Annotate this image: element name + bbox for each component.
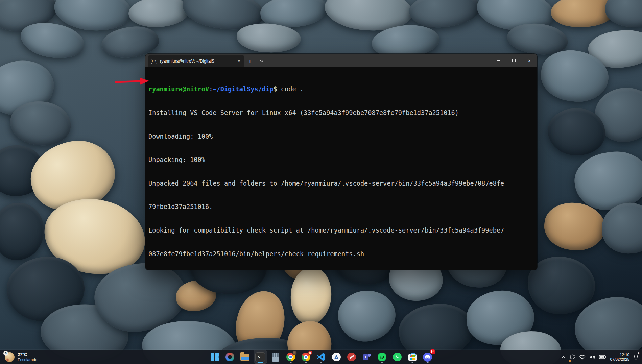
chevron-up-icon [561,356,566,359]
widgets-badge: 5 [3,351,8,356]
terminal-output-line: Downloading: 100% [148,132,534,140]
wallpaper-stone [127,0,190,29]
chevron-down-icon [260,60,264,63]
taskbar-item-vscode[interactable] [314,350,328,364]
taskbar-item-store[interactable] [406,350,419,364]
terminal-prompt-line: ryanmiura@nitroV:~/DigitalSys/dip$ code … [148,85,534,93]
android-studio-icon [332,353,341,361]
taskbar-icon-row: >_ R [208,350,434,364]
terminal-output-line: 087e8fe79fbe1d37a251016/bin/helpers/chec… [148,250,534,258]
weather-condition: Ensolarado [18,357,37,362]
taskbar-item-red-app[interactable] [345,350,358,364]
tray-sync-button[interactable] [569,350,575,364]
terminal-titlebar[interactable]: C:\ ryanmiura@nitroV: ~/DigitalS × + × [145,54,537,67]
widgets-weather-button[interactable]: 5 27°C Ensolarado [1,350,41,364]
calculator-icon [272,353,279,362]
battery-charging-icon [599,355,606,359]
terminal-tab[interactable]: C:\ ryanmiura@nitroV: ~/DigitalS × [148,55,244,67]
taskbar-item-file-explorer[interactable] [238,350,252,364]
tray-overflow-button[interactable] [561,350,566,364]
taskbar-item-calculator[interactable] [269,350,282,364]
red-circle-pen-icon [347,353,356,361]
taskbar-item-discord[interactable]: 9+ [421,350,434,364]
file-explorer-icon [240,354,249,361]
taskbar-item-spotify[interactable] [375,350,389,364]
maximize-icon [512,59,516,62]
tray-clock[interactable]: 12:10 07/02/2025 [610,352,629,362]
vscode-icon [317,353,326,361]
colorful-loop-icon [225,353,234,361]
microsoft-store-icon [408,354,417,361]
notification-center-button[interactable]: z [633,350,639,364]
minimize-icon [497,60,500,61]
tab-title: ryanmiura@nitroV: ~/DigitalS [160,59,234,64]
terminal-output[interactable]: ryanmiura@nitroV:~/DigitalSys/dip$ code … [145,67,537,270]
spotify-icon [378,353,386,361]
taskbar-item-edge-loop[interactable] [223,350,237,364]
terminal-output-line: Unpacking: 100% [148,156,534,164]
system-tray: 12:10 07/02/2025 z [559,350,642,364]
wallpaper-stone [0,201,46,262]
tab-close-icon[interactable]: × [236,58,242,64]
tray-time: 12:10 [610,352,629,357]
taskbar-item-teams[interactable]: T [360,350,374,364]
bell-icon [633,354,639,360]
taskbar-item-android-studio[interactable] [330,350,343,364]
taskbar-item-whatsapp[interactable] [390,350,404,364]
desktop-wallpaper: C:\ ryanmiura@nitroV: ~/DigitalS × + × r… [0,0,642,364]
sync-icon [569,354,575,360]
weather-sun-icon: 5 [5,352,15,362]
terminal-output-line: 79fbe1d37a251016. [148,203,534,211]
taskbar-item-terminal[interactable]: >_ [254,350,267,364]
tray-volume-button[interactable] [589,350,595,364]
terminal-output-line: Unpacked 2064 files and folders to /home… [148,179,534,187]
chrome-profile-avatar [292,351,297,355]
minimize-button[interactable] [491,54,506,67]
wallpaper-stone [604,0,642,29]
maximize-button[interactable] [506,54,522,67]
discord-notification-badge: 9+ [430,349,435,354]
wifi-icon [579,355,586,360]
annotation-arrow-icon [114,76,150,86]
close-button[interactable]: × [522,54,537,67]
teams-icon: T [363,353,371,361]
focus-assist-badge: z [638,351,639,354]
tray-battery-button[interactable] [599,350,606,364]
taskbar-item-chrome-1[interactable] [284,350,298,364]
weather-temperature: 27°C [18,352,37,357]
start-button[interactable] [208,350,221,364]
whatsapp-icon [393,353,402,361]
tray-wifi-button[interactable] [579,350,586,364]
new-tab-button[interactable]: + [244,55,256,67]
terminal-window: C:\ ryanmiura@nitroV: ~/DigitalS × + × r… [145,54,537,270]
volume-icon [589,355,595,360]
taskbar: 5 27°C Ensolarado >_ [0,350,642,364]
windows-start-icon [211,353,219,361]
chrome-profile-badge: R [308,350,312,355]
taskbar-item-chrome-2[interactable]: R [299,350,313,364]
tab-dropdown-button[interactable] [256,55,268,67]
typed-command: code . [281,86,304,93]
cmd-icon: C:\ [151,59,157,64]
sync-status-dot [569,360,571,362]
terminal-output-line: Installing VS Code Server for Linux x64 … [148,109,534,117]
wallpaper-stone [336,288,398,344]
terminal-icon: >_ [255,352,265,362]
terminal-output-line: Looking for compatibility check script a… [148,226,534,234]
tray-date: 07/02/2025 [610,357,629,362]
close-icon: × [528,58,531,64]
